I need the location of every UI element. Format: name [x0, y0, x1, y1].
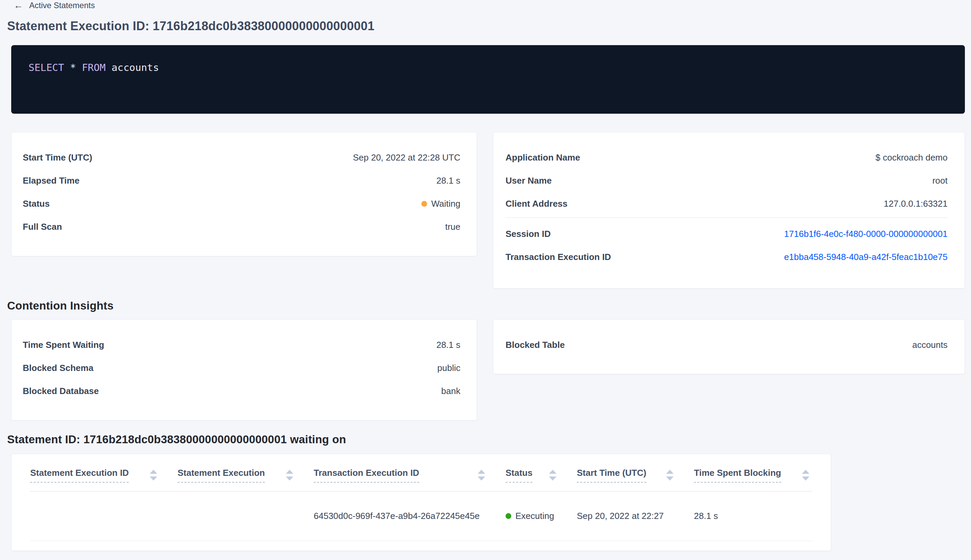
table-row: 64530d0c-969f-437e-a9b4-26a72245e45e Exe…	[30, 492, 812, 541]
row-client-address: Client Address 127.0.0.1:63321	[506, 192, 948, 215]
row-value: root	[932, 175, 948, 186]
row-label: Full Scan	[23, 222, 62, 232]
sql-text: *	[64, 62, 82, 73]
row-label: Session ID	[506, 229, 551, 239]
status-text: Executing	[516, 511, 554, 521]
cell-time-spent-blocking: 28.1 s	[694, 511, 813, 521]
table-header-row: Statement Execution ID Statement Executi…	[30, 454, 812, 492]
row-label: Status	[23, 198, 50, 209]
column-header-label: Time Spent Blocking	[694, 468, 781, 483]
sql-keyword: SELECT	[28, 62, 64, 73]
row-start-time: Start Time (UTC) Sep 20, 2022 at 22:28 U…	[23, 146, 460, 169]
column-header-label: Start Time (UTC)	[577, 468, 646, 483]
cell-status: Executing	[506, 511, 577, 521]
row-label: Blocked Database	[23, 386, 99, 397]
waiting-status-dot-icon	[421, 201, 427, 207]
back-arrow-icon: ←	[13, 1, 23, 10]
blocked-table-card: Blocked Table accounts	[493, 319, 965, 374]
row-value: public	[437, 363, 460, 373]
overview-card: Start Time (UTC) Sep 20, 2022 at 22:28 U…	[11, 132, 477, 256]
row-value: Sep 20, 2022 at 22:28 UTC	[353, 152, 460, 163]
row-blocked-schema: Blocked Schema public	[23, 357, 460, 380]
row-label: Time Spent Waiting	[23, 340, 104, 350]
column-header-label: Transaction Execution ID	[314, 468, 419, 483]
card-divider	[506, 218, 948, 218]
row-user-name: User Name root	[506, 169, 948, 192]
row-transaction-execution-id: Transaction Execution ID e1bba458-5948-4…	[506, 245, 948, 268]
row-application-name: Application Name $ cockroach demo	[506, 146, 948, 169]
row-label: Blocked Table	[506, 340, 565, 350]
column-header-label: Statement Execution	[178, 468, 265, 483]
breadcrumb-active-statements[interactable]: ← Active Statements	[13, 1, 95, 10]
row-value: 127.0.0.1:63321	[884, 198, 948, 209]
sort-icon[interactable]	[477, 469, 486, 481]
status-badge: Waiting	[421, 198, 460, 209]
contention-insights-heading: Contention Insights	[7, 299, 114, 312]
column-header-label: Statement Execution ID	[30, 468, 128, 483]
row-value: 28.1 s	[436, 340, 460, 350]
statement-execution-details-page: ← Active Statements Statement Execution …	[0, 0, 971, 560]
row-value: 28.1 s	[436, 175, 460, 186]
session-card: Application Name $ cockroach demo User N…	[493, 132, 965, 288]
row-value: accounts	[912, 340, 948, 350]
column-header-start-time[interactable]: Start Time (UTC)	[577, 468, 694, 483]
row-value: $ cockroach demo	[876, 152, 948, 163]
column-header-statement-execution-id[interactable]: Statement Execution ID	[30, 468, 178, 483]
breadcrumb-label: Active Statements	[29, 1, 95, 10]
executing-status-dot-icon	[506, 513, 511, 519]
page-title: Statement Execution ID: 1716b218dc0b3838…	[7, 19, 374, 33]
row-label: Start Time (UTC)	[23, 152, 92, 163]
column-header-label: Status	[506, 468, 532, 483]
row-label: Application Name	[506, 152, 580, 163]
column-header-statement-execution[interactable]: Statement Execution	[178, 468, 314, 483]
row-label: Transaction Execution ID	[506, 252, 611, 262]
cell-transaction-execution-id: 64530d0c-969f-437e-a9b4-26a72245e45e	[314, 511, 506, 521]
row-value: bank	[441, 386, 460, 397]
column-header-transaction-execution-id[interactable]: Transaction Execution ID	[314, 468, 506, 483]
sort-icon[interactable]	[149, 469, 158, 481]
sql-statement-box: SELECT * FROM accounts	[11, 45, 965, 114]
transaction-execution-id-link[interactable]: e1bba458-5948-40a9-a42f-5feac1b10e75	[784, 252, 948, 262]
row-label: Blocked Schema	[23, 363, 93, 373]
status-text: Waiting	[431, 198, 460, 209]
row-elapsed-time: Elapsed Time 28.1 s	[23, 169, 460, 192]
sort-icon[interactable]	[548, 469, 557, 481]
sort-icon[interactable]	[801, 469, 810, 481]
waiting-on-table: Statement Execution ID Statement Executi…	[11, 454, 831, 551]
contention-card: Time Spent Waiting 28.1 s Blocked Schema…	[11, 319, 477, 420]
row-label: User Name	[506, 175, 552, 186]
row-value: true	[445, 222, 460, 232]
row-label: Client Address	[506, 198, 568, 209]
row-session-id: Session ID 1716b1f6-4e0c-f480-0000-00000…	[506, 222, 948, 245]
row-status: Status Waiting	[23, 192, 460, 215]
row-label: Elapsed Time	[23, 175, 80, 186]
row-blocked-table: Blocked Table accounts	[506, 333, 948, 357]
column-header-status[interactable]: Status	[506, 468, 577, 483]
waiting-on-heading: Statement ID: 1716b218dc0b38380000000000…	[7, 433, 346, 446]
sql-keyword: FROM	[82, 62, 105, 73]
cell-start-time: Sep 20, 2022 at 22:27	[577, 511, 694, 521]
row-time-spent-waiting: Time Spent Waiting 28.1 s	[23, 333, 460, 357]
sql-text: accounts	[105, 62, 159, 73]
row-blocked-database: Blocked Database bank	[23, 380, 460, 403]
session-id-link[interactable]: 1716b1f6-4e0c-f480-0000-000000000001	[784, 229, 948, 239]
sort-icon[interactable]	[285, 469, 294, 481]
sort-icon[interactable]	[666, 469, 674, 481]
sql-statement-text: SELECT * FROM accounts	[28, 62, 159, 73]
column-header-time-spent-blocking[interactable]: Time Spent Blocking	[694, 468, 813, 483]
row-full-scan: Full Scan true	[23, 215, 460, 238]
